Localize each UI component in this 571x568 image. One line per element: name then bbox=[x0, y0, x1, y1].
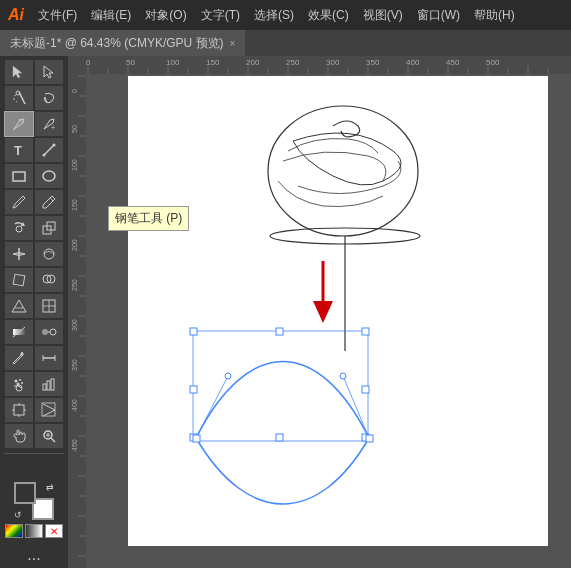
svg-line-2 bbox=[14, 95, 16, 96]
menu-file[interactable]: 文件(F) bbox=[32, 5, 83, 26]
swap-colors-icon[interactable]: ⇄ bbox=[46, 482, 54, 492]
zoom-tool[interactable] bbox=[35, 424, 63, 448]
svg-text:350: 350 bbox=[366, 58, 380, 67]
svg-rect-45 bbox=[43, 384, 46, 390]
svg-text:450: 450 bbox=[446, 58, 460, 67]
red-arrow bbox=[313, 261, 333, 323]
menu-view[interactable]: 视图(V) bbox=[357, 5, 409, 26]
document-tab[interactable]: 未标题-1* @ 64.43% (CMYK/GPU 预览) × bbox=[0, 30, 245, 56]
svg-marker-26 bbox=[12, 300, 26, 312]
canvas-area[interactable]: 0 50 100 150 200 250 300 350 400 450 500 bbox=[68, 56, 571, 568]
measure-tool[interactable] bbox=[35, 346, 63, 370]
paintbrush-tool[interactable] bbox=[5, 190, 33, 214]
svg-point-40 bbox=[15, 380, 18, 383]
svg-line-15 bbox=[50, 198, 53, 201]
menu-object[interactable]: 对象(O) bbox=[139, 5, 192, 26]
line-tool[interactable] bbox=[35, 138, 63, 162]
svg-rect-144 bbox=[362, 386, 369, 393]
svg-point-132 bbox=[268, 106, 418, 236]
pen-tool[interactable] bbox=[5, 112, 33, 136]
svg-line-53 bbox=[43, 404, 55, 410]
pencil-tool[interactable] bbox=[35, 190, 63, 214]
svg-line-54 bbox=[43, 410, 55, 416]
color-mode-button[interactable] bbox=[5, 524, 23, 538]
tab-close-button[interactable]: × bbox=[230, 38, 236, 49]
svg-rect-141 bbox=[276, 328, 283, 335]
tool-row-advanced bbox=[5, 268, 63, 292]
eyedropper-tool[interactable] bbox=[5, 346, 33, 370]
svg-rect-48 bbox=[14, 405, 24, 415]
blue-shape-group bbox=[190, 328, 373, 504]
tool-row-sample bbox=[5, 346, 63, 370]
menu-window[interactable]: 窗口(W) bbox=[411, 5, 466, 26]
warp-tool[interactable] bbox=[35, 242, 63, 266]
svg-text:200: 200 bbox=[246, 58, 260, 67]
tool-row-wand bbox=[5, 86, 63, 110]
svg-rect-142 bbox=[276, 434, 283, 441]
svg-text:0: 0 bbox=[86, 58, 91, 67]
mesh-tool[interactable] bbox=[35, 294, 63, 318]
svg-rect-139 bbox=[190, 386, 197, 393]
type-tool[interactable]: T bbox=[5, 138, 33, 162]
rotate-tool[interactable] bbox=[5, 216, 33, 240]
direct-selection-tool[interactable] bbox=[35, 60, 63, 84]
hand-tool[interactable] bbox=[5, 424, 33, 448]
svg-text:50: 50 bbox=[126, 58, 135, 67]
menu-edit[interactable]: 编辑(E) bbox=[85, 5, 137, 26]
perspective-tool[interactable] bbox=[5, 294, 33, 318]
free-transform-tool[interactable] bbox=[5, 268, 33, 292]
magic-wand-tool[interactable] bbox=[5, 86, 33, 110]
tool-row-symbol bbox=[5, 372, 63, 396]
rect-tool[interactable] bbox=[5, 164, 33, 188]
tool-row-transform bbox=[5, 216, 63, 240]
selection-tool[interactable] bbox=[5, 60, 33, 84]
scale-tool[interactable] bbox=[35, 216, 63, 240]
default-colors-icon[interactable]: ↺ bbox=[14, 510, 22, 520]
fill-swatch[interactable] bbox=[14, 482, 36, 504]
color-swatches: ⇄ ↺ bbox=[14, 482, 54, 520]
svg-text:T: T bbox=[14, 143, 22, 158]
main-layout: + T bbox=[0, 56, 571, 568]
symbol-spray-tool[interactable] bbox=[5, 372, 33, 396]
menu-bar: 文件(F) 编辑(E) 对象(O) 文字(T) 选择(S) 效果(C) 视图(V… bbox=[32, 5, 521, 26]
svg-text:350: 350 bbox=[71, 359, 78, 371]
gradient-tool[interactable] bbox=[5, 320, 33, 344]
svg-text:300: 300 bbox=[71, 319, 78, 331]
ellipse-tool[interactable] bbox=[35, 164, 63, 188]
svg-line-146 bbox=[196, 376, 228, 438]
svg-point-148 bbox=[225, 373, 231, 379]
gradient-mode-button[interactable] bbox=[25, 524, 43, 538]
svg-text:200: 200 bbox=[71, 239, 78, 251]
svg-rect-13 bbox=[13, 172, 25, 181]
svg-text:500: 500 bbox=[486, 58, 500, 67]
tool-row-perspective bbox=[5, 294, 63, 318]
toolbar-separator bbox=[4, 453, 64, 454]
add-anchor-tool[interactable]: + bbox=[35, 112, 63, 136]
svg-text:+: + bbox=[51, 124, 55, 131]
lasso-tool[interactable] bbox=[35, 86, 63, 110]
svg-line-57 bbox=[51, 438, 55, 442]
menu-help[interactable]: 帮助(H) bbox=[468, 5, 521, 26]
svg-point-34 bbox=[50, 329, 56, 335]
slice-tool[interactable] bbox=[35, 398, 63, 422]
svg-point-7 bbox=[19, 119, 21, 121]
svg-text:400: 400 bbox=[406, 58, 420, 67]
svg-point-17 bbox=[16, 226, 22, 232]
svg-text:0: 0 bbox=[71, 89, 78, 93]
svg-text:100: 100 bbox=[166, 58, 180, 67]
svg-rect-138 bbox=[190, 328, 197, 335]
menu-text[interactable]: 文字(T) bbox=[195, 5, 246, 26]
shape-builder-tool[interactable] bbox=[35, 268, 63, 292]
blend-tool[interactable] bbox=[35, 320, 63, 344]
menu-effect[interactable]: 效果(C) bbox=[302, 5, 355, 26]
column-graph-tool[interactable] bbox=[35, 372, 63, 396]
width-tool[interactable] bbox=[5, 242, 33, 266]
toolbar: + T bbox=[0, 56, 68, 568]
svg-point-43 bbox=[21, 382, 23, 384]
none-mode-button[interactable]: ✕ bbox=[45, 524, 63, 538]
menu-select[interactable]: 选择(S) bbox=[248, 5, 300, 26]
artboard-tool[interactable] bbox=[5, 398, 33, 422]
tab-bar: 未标题-1* @ 64.43% (CMYK/GPU 预览) × bbox=[0, 30, 571, 56]
more-tools-button[interactable]: ... bbox=[27, 546, 40, 564]
color-mode-row: ✕ bbox=[5, 524, 63, 538]
